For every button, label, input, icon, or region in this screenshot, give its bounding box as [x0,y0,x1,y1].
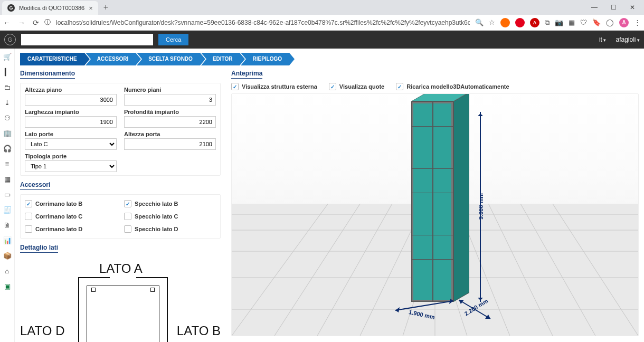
cart-icon[interactable]: 🛒 [3,53,12,61]
building-icon[interactable]: 🏢 [3,129,12,137]
cb-corrimano-c[interactable] [25,213,32,220]
cb-specchio-d[interactable] [124,225,131,233]
grid-icon[interactable]: ▦ [569,18,575,26]
forward-icon[interactable]: → [18,18,25,27]
minimize-icon[interactable]: — [585,4,604,11]
section-dettaglio-title: Dettaglio lati [20,244,58,253]
wizard-step-accessori[interactable]: ACCESSORI [86,53,136,65]
close-window-icon[interactable]: ✕ [623,4,642,11]
dettaglio-diagram: LATO A LATO B LATO D [20,261,221,342]
altezza-porta-input[interactable] [124,138,216,150]
cb-quote[interactable] [329,83,336,90]
cb-specchio-c[interactable] [124,213,131,220]
svg-line-1 [274,204,360,336]
extension-icons: 🔍 ☆ A ⧉ 📷 ▦ 🛡 🔖 ◯ A ⋮ [475,18,641,27]
browser-chrome: G Modifica di QUOT000386 × + — ☐ ✕ ← → ⟳… [0,0,644,31]
larghezza-label: Larghezza impianto [25,109,117,115]
app-logo[interactable]: G [4,34,16,45]
camera-icon[interactable]: 📷 [555,18,563,26]
site-info-icon[interactable]: ⓘ [44,18,51,27]
lato-d-label: LATO D [20,324,64,338]
svg-line-19 [459,300,490,319]
svg-line-9 [520,204,595,336]
section-accessori-title: Accessori [20,181,50,190]
wizard-steps: CARATTERISTICHE ACCESSORI SCELTA SFONDO … [20,53,639,65]
menu-icon[interactable]: ⋮ [634,18,641,26]
lato-a-label: LATO A [99,261,143,276]
cb-corrimano-b[interactable] [25,200,32,207]
dim-arrows-bottom [390,294,496,321]
wizard-step-caratteristiche[interactable]: CARATTERISTICHE [20,53,84,65]
preview-3d-viewport[interactable]: 9.000 mm 1.900 mm 2.200 mm [231,93,639,336]
profondita-input[interactable] [124,116,216,128]
browser-tab[interactable]: G Modifica di QUOT000386 × [2,1,98,15]
url-text[interactable]: localhost/solidrules/WebConfigurator/des… [56,19,470,26]
dim-height: 9.000 mm [478,193,484,220]
dot-icon[interactable]: ◯ [606,18,614,26]
search-button[interactable]: Cerca [158,34,188,45]
calendar-icon[interactable]: ▦ [4,175,11,183]
cb-specchio-b[interactable] [124,200,131,207]
altezza-piano-input[interactable] [25,94,117,106]
svg-line-2 [317,204,392,336]
chart-icon[interactable]: 📊 [3,236,12,244]
support-icon[interactable]: 🎧 [3,145,12,153]
cb-label: Visualizza quote [339,83,384,90]
altezza-piano-label: Altezza piano [25,87,117,93]
shield-icon[interactable]: 🛡 [580,18,587,26]
main-content: CARATTERISTICHE ACCESSORI SCELTA SFONDO … [15,49,644,342]
lato-porte-select[interactable]: Lato C [25,138,117,150]
cb-label: Ricarica modello3DAutomaticamente [406,83,509,90]
lato-porte-label: Lato porte [25,131,117,137]
section-anteprima-title: Anteprima [231,70,262,79]
search-input[interactable] [21,34,153,45]
tab-favicon: G [7,4,15,12]
receipt-icon[interactable]: 🧾 [3,206,12,214]
profondita-label: Profondità impianto [124,109,216,115]
org-icon[interactable]: ⚇ [4,114,11,122]
excel-icon[interactable]: ▣ [4,282,11,290]
search-icon[interactable]: 🔍 [475,18,484,26]
address-bar: ← → ⟳ ⓘ localhost/solidrules/WebConfigur… [0,15,644,31]
adobe-icon[interactable]: A [530,18,539,27]
cb-corrimano-d[interactable] [25,225,32,233]
wizard-step-riepilogo[interactable]: RIEPILOGO [241,53,289,65]
numero-piani-input[interactable] [124,94,216,106]
maximize-icon[interactable]: ☐ [604,4,623,11]
cb-struttura[interactable] [231,83,239,90]
firefox-icon[interactable] [500,18,510,27]
doc-icon[interactable]: 🗎 [4,221,11,229]
download-icon[interactable]: ⤓ [4,99,10,107]
larghezza-input[interactable] [25,116,117,128]
wizard-step-editor[interactable]: EDITOR [201,53,240,65]
cb-label: Visualizza struttura esterna [242,83,317,90]
svg-line-8 [488,204,553,336]
new-tab-button[interactable]: + [98,3,113,12]
close-icon[interactable]: × [89,4,93,12]
numero-piani-label: Numero piani [124,87,216,93]
avatar-icon[interactable]: A [619,18,629,27]
back-icon[interactable]: ← [3,18,11,27]
user-dropdown[interactable]: afagioli [615,36,640,43]
cb-label: Specchio lato B [135,201,178,207]
cb-label: Corrimano lato B [35,201,82,207]
card-icon[interactable]: ▭ [4,191,11,198]
language-dropdown[interactable]: it [599,36,607,43]
cb-label: Corrimano lato C [35,213,82,220]
tipologia-label: Tipologia porte [25,153,117,159]
tab-title: Modifica di QUOT000386 [19,5,84,11]
wizard-step-sfondo[interactable]: SCELTA SFONDO [137,53,200,65]
star-icon[interactable]: ☆ [489,18,495,26]
box-icon[interactable]: 📦 [3,252,12,260]
home-icon[interactable]: ⌂ [5,267,10,275]
lato-b-label: LATO B [177,324,221,338]
opera-icon[interactable] [515,18,525,27]
tag-icon[interactable]: 🔖 [592,18,601,26]
tipologia-select[interactable]: Tipo 1 [25,160,117,172]
cb-ricarica[interactable] [396,83,403,90]
ext-icon-1[interactable]: ⧉ [545,18,550,27]
folder-icon[interactable]: 🗀 [4,83,11,91]
rows-icon[interactable]: ≡ [5,160,10,168]
list-icon[interactable]: ▎ [5,68,10,76]
reload-icon[interactable]: ⟳ [33,18,39,27]
